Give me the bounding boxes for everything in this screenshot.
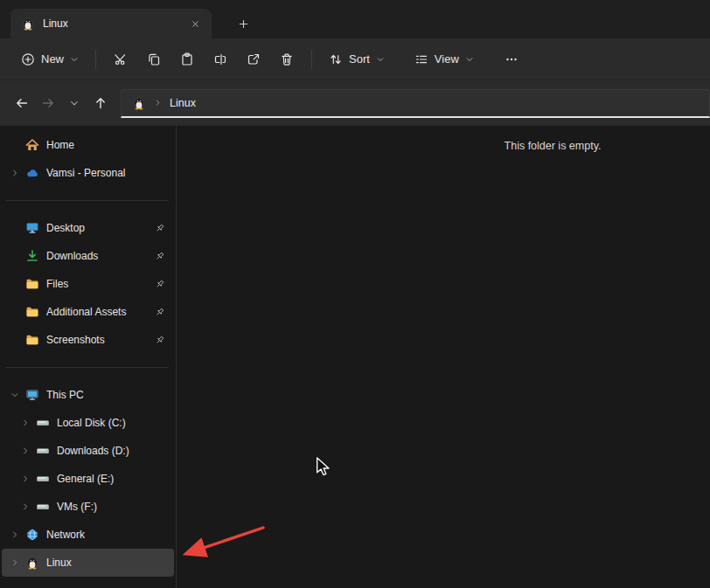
- back-button[interactable]: [9, 90, 35, 116]
- folder-icon: [25, 277, 39, 291]
- sidebar-item-label: Additional Assets: [46, 306, 126, 318]
- chevron-right-icon[interactable]: [19, 417, 31, 429]
- sidebar-item-label: Linux: [46, 557, 72, 569]
- chevron-down-icon: [465, 55, 474, 64]
- view-button[interactable]: View: [406, 45, 483, 74]
- sidebar-item-screenshots[interactable]: Screenshots: [2, 326, 174, 354]
- drive-icon: [36, 444, 50, 458]
- sidebar-item-network[interactable]: Network: [2, 521, 174, 549]
- folder-content-area[interactable]: This folder is empty.: [177, 126, 710, 588]
- chevron-down-icon[interactable]: [9, 389, 21, 401]
- sidebar-item-label: Local Disk (C:): [57, 417, 126, 429]
- toolbar-separator: [311, 50, 312, 69]
- sidebar-item-label: VMs (F:): [57, 501, 97, 513]
- sidebar-item-label: Home: [46, 139, 74, 151]
- trash-icon: [280, 52, 294, 66]
- chevron-down-icon: [70, 55, 79, 64]
- sidebar-item-local-disk-c[interactable]: Local Disk (C:): [2, 409, 174, 437]
- new-tab-button[interactable]: [231, 11, 255, 36]
- sidebar-item-desktop[interactable]: Desktop: [2, 214, 174, 242]
- sidebar-item-label: Downloads (D:): [57, 445, 129, 457]
- sidebar-item-label: Screenshots: [46, 334, 105, 346]
- sidebar-section-divider: [0, 187, 176, 214]
- ellipsis-icon: [505, 52, 519, 66]
- breadcrumb-chevron-icon[interactable]: [154, 99, 162, 107]
- plus-icon: [238, 18, 249, 30]
- drive-icon: [36, 500, 50, 514]
- sidebar-item-vms-f[interactable]: VMs (F:): [2, 493, 174, 521]
- chevron-right-icon[interactable]: [9, 529, 21, 541]
- linux-penguin-icon: [132, 96, 146, 110]
- more-options-button[interactable]: [495, 45, 528, 74]
- sidebar-item-downloads[interactable]: Downloads: [2, 242, 174, 270]
- copy-button[interactable]: [137, 45, 171, 74]
- empty-folder-message: This folder is empty.: [505, 140, 602, 152]
- pin-icon: [154, 223, 165, 234]
- view-button-label: View: [435, 52, 459, 66]
- breadcrumb-location[interactable]: Linux: [170, 97, 196, 109]
- tab-linux[interactable]: Linux: [10, 9, 212, 38]
- delete-button[interactable]: [270, 45, 303, 74]
- sidebar-item-additional-assets[interactable]: Additional Assets: [2, 298, 174, 326]
- paste-icon: [180, 52, 194, 66]
- navigation-bar: Linux: [0, 80, 710, 126]
- share-icon: [247, 52, 261, 66]
- close-icon: [191, 19, 200, 29]
- sidebar-item-label: Files: [46, 278, 68, 290]
- arrow-up-icon: [94, 96, 108, 110]
- cut-button[interactable]: [104, 45, 137, 74]
- sidebar-item-home[interactable]: Home: [2, 131, 174, 159]
- scissors-icon: [114, 52, 128, 66]
- chevron-down-icon: [376, 55, 385, 64]
- chevron-right-icon[interactable]: [19, 473, 31, 485]
- onedrive-cloud-icon: [25, 166, 39, 180]
- recent-locations-button[interactable]: [61, 90, 87, 116]
- pin-icon: [154, 307, 165, 318]
- navigation-pane: Home Vamsi - Personal Desktop Downloads: [0, 126, 177, 588]
- sidebar-item-label: Desktop: [46, 222, 85, 234]
- paste-button[interactable]: [171, 45, 204, 74]
- sidebar-item-downloads-d[interactable]: Downloads (D:): [2, 437, 174, 465]
- sidebar-item-general-e[interactable]: General (E:): [2, 465, 174, 493]
- up-button[interactable]: [87, 90, 114, 116]
- rename-icon: [213, 52, 227, 66]
- network-icon: [25, 528, 39, 542]
- titlebar: Linux: [0, 0, 710, 38]
- rename-button[interactable]: [204, 45, 237, 74]
- pin-icon: [154, 335, 165, 346]
- sidebar-item-label: This PC: [46, 389, 84, 401]
- forward-button[interactable]: [35, 90, 61, 116]
- sidebar-item-linux[interactable]: Linux: [2, 549, 174, 577]
- plus-circle-icon: [21, 52, 35, 66]
- sort-button-label: Sort: [349, 52, 370, 66]
- chevron-right-icon[interactable]: [19, 501, 31, 513]
- arrow-right-icon: [41, 96, 55, 110]
- sort-button[interactable]: Sort: [320, 45, 393, 74]
- address-bar[interactable]: Linux: [121, 89, 710, 118]
- new-button[interactable]: New: [12, 45, 87, 74]
- new-button-label: New: [41, 52, 64, 66]
- sidebar-item-this-pc[interactable]: This PC: [2, 381, 174, 409]
- chevron-right-icon[interactable]: [9, 557, 21, 569]
- share-button[interactable]: [237, 45, 270, 74]
- folder-icon: [25, 305, 39, 319]
- tab-title: Linux: [43, 17, 185, 30]
- chevron-down-icon: [69, 98, 80, 108]
- sidebar-item-label: General (E:): [57, 473, 114, 485]
- sidebar-item-files[interactable]: Files: [2, 270, 174, 298]
- desktop-icon: [25, 221, 39, 235]
- sidebar-item-onedrive[interactable]: Vamsi - Personal: [2, 159, 174, 187]
- linux-penguin-icon: [21, 17, 35, 31]
- command-toolbar: New Sort View: [0, 38, 710, 80]
- pin-icon: [154, 279, 165, 290]
- chevron-right-icon[interactable]: [19, 445, 31, 457]
- tab-close-button[interactable]: [185, 14, 205, 33]
- copy-icon: [147, 52, 161, 66]
- sidebar-item-label: Vamsi - Personal: [46, 167, 125, 179]
- linux-penguin-icon: [25, 556, 39, 570]
- drive-icon: [36, 416, 50, 430]
- arrow-left-icon: [15, 96, 29, 110]
- chevron-right-icon[interactable]: [9, 167, 21, 179]
- downloads-icon: [25, 249, 39, 263]
- sidebar-item-label: Network: [46, 529, 85, 541]
